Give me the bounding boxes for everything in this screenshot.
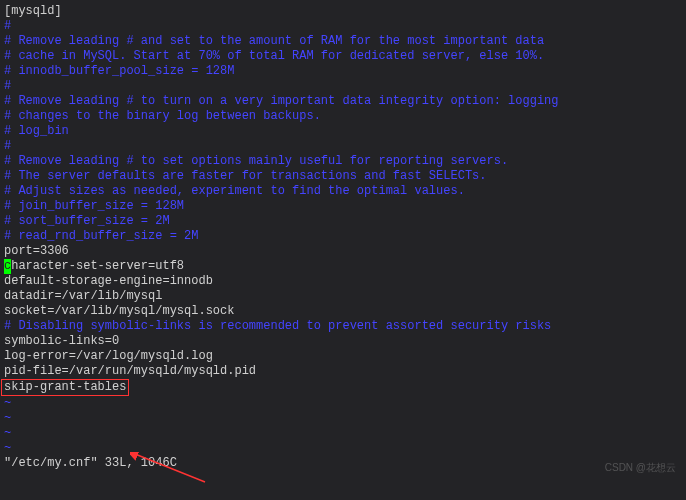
code-line: # Adjust sizes as needed, experiment to … <box>4 184 682 199</box>
code-line: # read_rnd_buffer_size = 2M <box>4 229 682 244</box>
code-line: pid-file=/var/run/mysqld/mysqld.pid <box>4 364 682 379</box>
code-line: # changes to the binary log between back… <box>4 109 682 124</box>
cursor: c <box>4 259 11 274</box>
code-line: # sort_buffer_size = 2M <box>4 214 682 229</box>
code-line: ~ <box>4 426 682 441</box>
code-line: # join_buffer_size = 128M <box>4 199 682 214</box>
code-line: ~ <box>4 396 682 411</box>
code-line: symbolic-links=0 <box>4 334 682 349</box>
code-line: # The server defaults are faster for tra… <box>4 169 682 184</box>
code-line: log-error=/var/log/mysqld.log <box>4 349 682 364</box>
code-line: ~ <box>4 441 682 456</box>
code-line: port=3306 <box>4 244 682 259</box>
code-line: # log_bin <box>4 124 682 139</box>
code-line: skip-grant-tables <box>4 379 682 396</box>
code-line: # <box>4 139 682 154</box>
code-line: default-storage-engine=innodb <box>4 274 682 289</box>
code-line: # Disabling symbolic-links is recommende… <box>4 319 682 334</box>
highlighted-text: skip-grant-tables <box>1 379 129 396</box>
code-line: # cache in MySQL. Start at 70% of total … <box>4 49 682 64</box>
code-line: character-set-server=utf8 <box>4 259 682 274</box>
code-line: socket=/var/lib/mysql/mysql.sock <box>4 304 682 319</box>
status-line: "/etc/my.cnf" 33L, 1046C <box>4 456 682 471</box>
code-line: [mysqld] <box>4 4 682 19</box>
code-line: # Remove leading # to turn on a very imp… <box>4 94 682 109</box>
code-line: # Remove leading # and set to the amount… <box>4 34 682 49</box>
code-line: # <box>4 79 682 94</box>
code-line: datadir=/var/lib/mysql <box>4 289 682 304</box>
code-line: ~ <box>4 411 682 426</box>
code-line: # Remove leading # to set options mainly… <box>4 154 682 169</box>
editor-content[interactable]: [mysqld]## Remove leading # and set to t… <box>4 4 682 456</box>
code-line: # innodb_buffer_pool_size = 128M <box>4 64 682 79</box>
watermark: CSDN @花想云 <box>605 460 676 475</box>
code-line: # <box>4 19 682 34</box>
